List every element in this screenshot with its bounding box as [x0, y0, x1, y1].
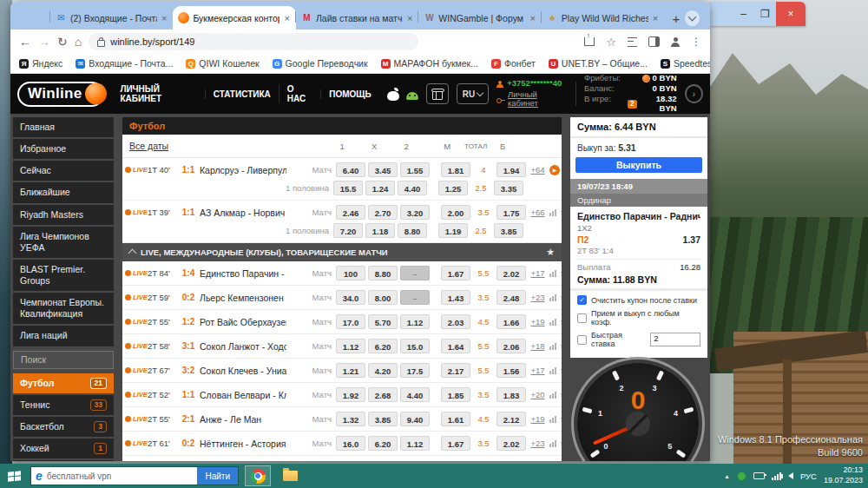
taskbar-explorer[interactable] [277, 465, 303, 486]
match-teams[interactable]: Льерс Кемпензонен - ... [200, 293, 286, 303]
bonus-gift-button[interactable] [426, 83, 449, 104]
odds-button[interactable]: 1.19 [438, 223, 468, 238]
match-teams[interactable]: Анже - Ле Ман [200, 414, 286, 425]
odds-button[interactable]: 2.17 [441, 363, 470, 378]
checkbox-checked-icon[interactable]: ✓ [577, 295, 587, 305]
power-icon[interactable] [753, 472, 765, 479]
browser-tab[interactable]: MЛайв ставки на матч Единс× [296, 6, 418, 30]
sidebar-item-главная[interactable]: Главная [13, 117, 114, 137]
odds-button[interactable]: 8.80 [398, 223, 427, 238]
odds-button[interactable]: 1.61 [441, 412, 470, 426]
forward-icon[interactable]: → [38, 36, 50, 48]
more-markets-link[interactable]: +18 [526, 341, 549, 351]
odds-button[interactable]: 1.66 [496, 314, 526, 329]
bookmark-item[interactable]: QQIWI Кошелек [186, 58, 259, 69]
odds-button[interactable]: 1.56 [496, 363, 526, 378]
favorite-star-icon[interactable]: ★ [559, 414, 562, 424]
odds-button[interactable]: 1.75 [496, 205, 526, 220]
stats-icon[interactable] [549, 343, 556, 350]
odds-button[interactable]: 1.12 [400, 436, 430, 451]
odds-button[interactable]: 15.5 [333, 181, 363, 195]
site-nav-item[interactable]: ПОМОЩЬ [320, 89, 378, 99]
favorite-star-icon[interactable]: ★ [559, 268, 562, 278]
odds-button[interactable]: 4.20 [368, 363, 398, 378]
antivirus-icon[interactable] [737, 472, 746, 481]
sidebar-item-riyadh-masters[interactable]: Riyadh Masters [13, 205, 114, 225]
sidebar-item-футбол[interactable]: Футбол21 [13, 373, 114, 393]
sidebar-item-теннис[interactable]: Теннис33 [13, 395, 114, 415]
all-dates-link[interactable]: Все даты [129, 141, 168, 151]
favorite-star-icon[interactable]: ★ [559, 390, 562, 399]
match-teams[interactable]: Единство Парачин - Ра... [200, 268, 286, 279]
stats-icon[interactable] [549, 440, 556, 447]
favorite-star-icon[interactable]: ★ [559, 341, 562, 351]
browser-tab[interactable]: Букмекерская контора Winl× [173, 6, 295, 30]
odds-button[interactable]: 3.20 [400, 205, 430, 220]
odds-button[interactable]: 1.67 [441, 266, 470, 280]
odds-button[interactable]: 16.0 [336, 436, 365, 451]
odds-button[interactable]: 3.45 [368, 162, 398, 177]
more-markets-link[interactable]: +17 [526, 366, 549, 375]
site-nav-item[interactable]: СТАТИСТИКА [205, 89, 279, 99]
odds-button[interactable]: 6.40 [336, 162, 365, 177]
taskbar-search[interactable]: e бесплатный vpn Найти [30, 466, 239, 485]
odds-button[interactable]: 1.92 [336, 387, 365, 402]
video-play-icon[interactable]: ▶ [549, 165, 560, 175]
sidebar-item-лига-чемпионов-уефа[interactable]: Лига Чемпионов УЕФА [13, 227, 114, 258]
odds-button[interactable]: 3.35 [494, 181, 523, 195]
taskbar-chrome[interactable] [245, 465, 271, 486]
match-teams[interactable]: Сокол Ланжот - Ходон... [200, 341, 286, 352]
favorite-star-icon[interactable]: ★ [559, 208, 562, 217]
refresh-icon[interactable]: ↻ [57, 36, 68, 48]
stats-icon[interactable] [549, 367, 556, 374]
favorite-star-icon[interactable]: ★ [546, 247, 555, 258]
odds-button[interactable]: 1.43 [441, 290, 470, 305]
odds-button[interactable]: 7.20 [333, 223, 363, 238]
odds-button[interactable]: 1.32 [336, 412, 365, 426]
stats-icon[interactable] [549, 416, 556, 423]
share-icon[interactable] [584, 37, 595, 46]
language-selector[interactable]: RU [457, 83, 489, 104]
more-markets-link[interactable]: +64 [526, 165, 549, 175]
odds-button[interactable]: 6.20 [368, 436, 398, 451]
side-panel-icon[interactable] [648, 36, 660, 47]
winline-logo[interactable]: Winline [17, 82, 104, 107]
odds-button[interactable]: 2.48 [496, 290, 526, 305]
odds-button[interactable]: 1.21 [336, 363, 365, 378]
more-markets-link[interactable]: +20 [526, 390, 549, 399]
expand-arrow-icon[interactable]: › [685, 84, 703, 103]
tab-close-icon[interactable]: × [529, 13, 536, 23]
address-bar[interactable]: winline.by/sport/149 [89, 33, 418, 50]
tray-expand-icon[interactable]: ▲ [724, 473, 730, 479]
odds-button[interactable]: 2.00 [441, 205, 470, 220]
favorite-star-icon[interactable]: ★ [559, 366, 562, 375]
stats-icon[interactable] [549, 209, 556, 216]
sidebar-item-чемпионат-европы-квалификация[interactable]: Чемпионат Европы. Квалификация [13, 293, 114, 324]
bookmark-item[interactable]: GGoogle Переводчик [273, 58, 368, 69]
odds-button[interactable]: 2.70 [368, 205, 398, 220]
sidebar-item-ближайшие[interactable]: Ближайшие [13, 182, 114, 202]
odds-button[interactable]: 1.25 [438, 181, 468, 195]
menu-dots-icon[interactable]: ⋮ [691, 36, 701, 48]
more-markets-link[interactable]: +19 [526, 317, 549, 326]
section-header[interactable]: LIVE, МЕЖДУНАРОДНЫЕ (КЛУБЫ), ТОВАРИЩЕСКИ… [122, 243, 562, 261]
clock[interactable]: 20:13 19.07.2023 [824, 465, 863, 485]
more-markets-link[interactable]: +66 [526, 208, 549, 217]
android-icon[interactable] [406, 92, 418, 100]
favorite-star-icon[interactable]: ★ [559, 317, 562, 326]
tab-close-icon[interactable]: × [161, 13, 168, 23]
odds-button[interactable]: 2.46 [336, 205, 365, 220]
taskbar-search-button[interactable]: Найти [197, 467, 238, 485]
odds-button[interactable]: 34.0 [336, 290, 365, 305]
stats-icon[interactable] [549, 270, 556, 277]
odds-button[interactable]: 2.12 [496, 412, 526, 426]
odds-button[interactable]: 8.80 [368, 266, 398, 280]
back-icon[interactable]: ← [19, 36, 31, 48]
odds-button[interactable]: 2.68 [368, 387, 398, 402]
odds-button[interactable]: 3.85 [368, 412, 398, 426]
bookmark-item[interactable]: UUNET.BY – Общие... [549, 58, 648, 69]
quick-bet-input[interactable]: 2 [650, 333, 700, 346]
sidebar-search-input[interactable]: Поиск [13, 351, 114, 369]
odds-button[interactable]: 1.81 [441, 162, 470, 177]
favorite-star-icon[interactable]: ★ [559, 439, 562, 448]
